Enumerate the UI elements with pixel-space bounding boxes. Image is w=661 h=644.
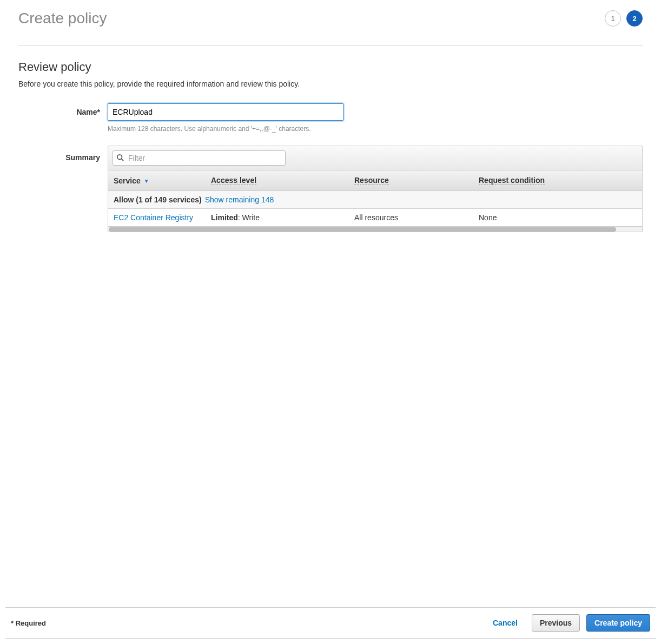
request-condition-cell: None bbox=[473, 209, 642, 226]
scrollbar-thumb[interactable] bbox=[109, 227, 616, 232]
service-link[interactable]: EC2 Container Registry bbox=[114, 213, 193, 222]
allow-group-row: Allow (1 of 149 services) Show remaining… bbox=[108, 191, 643, 209]
summary-label: Summary bbox=[18, 146, 108, 162]
search-icon bbox=[116, 154, 124, 161]
access-level-rest: : Write bbox=[238, 213, 260, 222]
col-access-level[interactable]: Access level bbox=[206, 170, 349, 190]
svg-point-0 bbox=[117, 155, 122, 160]
footer: * Required Cancel Previous Create policy bbox=[5, 607, 656, 639]
name-label: Name* bbox=[18, 103, 108, 116]
access-level-bold: Limited bbox=[211, 213, 238, 222]
name-row: Name* Maximum 128 characters. Use alphan… bbox=[18, 103, 643, 133]
access-level-cell: Limited: Write bbox=[206, 209, 349, 226]
cancel-button[interactable]: Cancel bbox=[485, 614, 525, 632]
review-title: Review policy bbox=[18, 60, 643, 74]
step-1[interactable]: 1 bbox=[605, 10, 621, 27]
col-resource-label: Resource bbox=[354, 176, 389, 185]
col-request-condition[interactable]: Request condition bbox=[473, 170, 642, 190]
page-title: Create policy bbox=[18, 10, 107, 27]
allow-count: Allow (1 of 149 services) bbox=[114, 195, 202, 204]
svg-line-1 bbox=[122, 159, 124, 161]
header-row: Create policy 1 2 bbox=[18, 10, 643, 46]
previous-button[interactable]: Previous bbox=[532, 614, 580, 632]
show-remaining-link[interactable]: Show remaining 148 bbox=[205, 195, 274, 204]
summary-panel: Service ▼ Access level Resource Request … bbox=[108, 146, 643, 232]
wizard-steps: 1 2 bbox=[605, 10, 643, 27]
col-request-label: Request condition bbox=[479, 176, 545, 185]
col-resource[interactable]: Resource bbox=[349, 170, 473, 190]
filter-bar bbox=[108, 146, 643, 170]
step-2[interactable]: 2 bbox=[626, 10, 643, 27]
review-description: Before you create this policy, provide t… bbox=[18, 80, 643, 88]
required-note: * Required bbox=[11, 619, 46, 627]
create-policy-button[interactable]: Create policy bbox=[586, 614, 650, 632]
horizontal-scrollbar[interactable] bbox=[108, 227, 643, 232]
col-service[interactable]: Service ▼ bbox=[108, 170, 206, 190]
summary-row: Summary Service ▼ Access level bbox=[18, 146, 643, 232]
table-header: Service ▼ Access level Resource Request … bbox=[108, 170, 643, 191]
name-input[interactable] bbox=[108, 103, 343, 121]
sort-desc-icon: ▼ bbox=[144, 178, 149, 184]
resource-cell: All resources bbox=[349, 209, 473, 226]
filter-input[interactable] bbox=[113, 150, 286, 166]
table-row: EC2 Container Registry Limited: Write Al… bbox=[108, 209, 643, 227]
name-hint: Maximum 128 characters. Use alphanumeric… bbox=[108, 125, 343, 133]
col-access-label: Access level bbox=[211, 176, 256, 185]
col-service-label: Service bbox=[114, 176, 141, 185]
